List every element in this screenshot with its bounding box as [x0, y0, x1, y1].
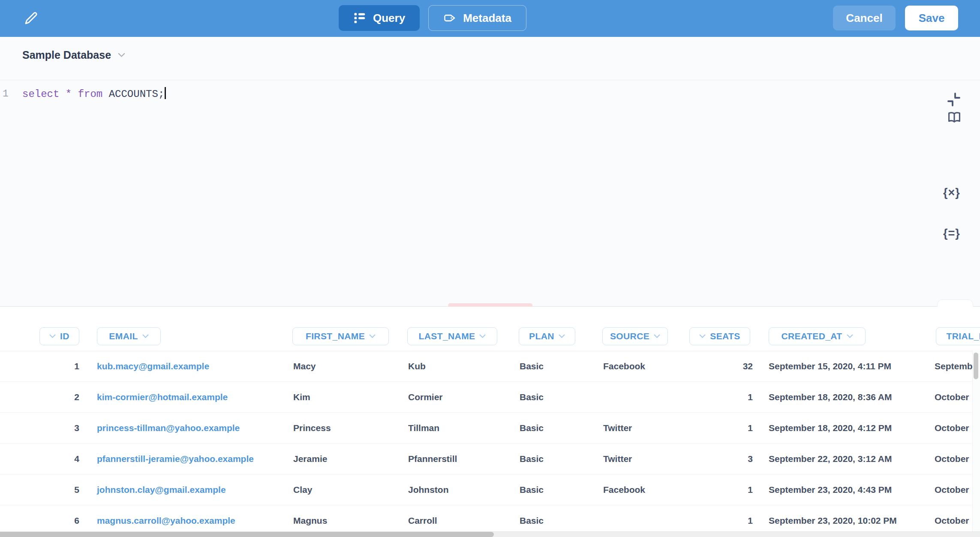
cell-id[interactable]: 5 [26, 474, 79, 505]
table-row: 1kub.macy@gmail.exampleMacyKubBasicFaceb… [0, 351, 980, 382]
column-header-seats[interactable]: SEATS [689, 327, 750, 345]
column-header-label: ID [60, 331, 69, 341]
table-row: 2kim-cormier@hotmail.exampleKimCormierBa… [0, 382, 980, 413]
sql-table-name: ACCOUNTS; [109, 88, 165, 100]
column-header-created_at[interactable]: CREATED_AT [769, 327, 866, 345]
tab-query[interactable]: Query [339, 5, 420, 31]
table-row: 3princess-tillman@yahoo.examplePrincessT… [0, 413, 980, 443]
cell-first_name[interactable]: Clay [293, 474, 403, 505]
cell-plan[interactable]: Basic [520, 413, 597, 443]
cell-source[interactable]: Facebook [603, 351, 685, 381]
editor-tabs: Query Metadata [339, 5, 526, 31]
column-header-label: SEATS [710, 331, 740, 341]
tab-metadata[interactable]: Metadata [428, 5, 526, 31]
cell-email[interactable]: princess-tillman@yahoo.example [97, 413, 286, 443]
variables-icon: {×} [943, 186, 960, 199]
cell-first_name[interactable]: Kim [293, 382, 403, 412]
text-cursor [165, 87, 166, 99]
table-row: 4pfannerstill-jeramie@yahoo.exampleJeram… [0, 443, 980, 474]
cell-first_name[interactable]: Macy [293, 351, 403, 381]
pencil-icon [22, 10, 39, 27]
sql-keyword: from [78, 88, 103, 100]
cell-last_name[interactable]: Pfannerstill [408, 443, 513, 474]
cell-email[interactable]: kub.macy@gmail.example [97, 351, 286, 381]
cell-created_at[interactable]: September 15, 2020, 4:11 PM [769, 351, 912, 381]
data-reference-button[interactable] [947, 110, 962, 127]
sql-star-operator: * [66, 88, 72, 100]
cell-seats[interactable]: 1 [689, 474, 753, 505]
horizontal-scrollbar-track [0, 531, 980, 537]
cell-last_name[interactable]: Cormier [408, 382, 513, 412]
top-bar-actions: Cancel Save [833, 6, 958, 30]
chevron-down-icon [847, 334, 853, 338]
chevron-down-icon [654, 334, 660, 338]
database-selector-row: Sample Database [0, 37, 980, 80]
cell-seats[interactable]: 1 [689, 413, 753, 443]
variables-button[interactable]: {×} [943, 186, 960, 199]
chevron-down-icon [699, 334, 706, 338]
tag-icon [443, 12, 456, 24]
column-header-email[interactable]: EMAIL [97, 327, 161, 345]
database-selector[interactable]: Sample Database [22, 49, 125, 61]
vertical-scrollbar[interactable] [974, 353, 978, 379]
cell-last_name[interactable]: Johnston [408, 474, 513, 505]
cell-last_name[interactable]: Kub [408, 351, 513, 381]
cell-first_name[interactable]: Princess [293, 413, 403, 443]
column-header-label: TRIAL_EN [947, 331, 980, 341]
snippet-icon: {=} [943, 227, 960, 240]
cell-created_at[interactable]: September 18, 2020, 8:36 AM [769, 382, 912, 412]
column-header-plan[interactable]: PLAN [519, 327, 575, 345]
chevron-down-icon [369, 334, 376, 338]
column-header-trial_en[interactable]: TRIAL_EN [936, 327, 980, 345]
cell-created_at[interactable]: September 18, 2020, 4:12 PM [769, 413, 912, 443]
cell-source[interactable]: Twitter [603, 443, 685, 474]
top-bar: Query Metadata Cancel Save [0, 0, 980, 37]
cell-email[interactable]: johnston.clay@gmail.example [97, 474, 286, 505]
table-row: 5johnston.clay@gmail.exampleClayJohnston… [0, 474, 980, 505]
cell-created_at[interactable]: September 23, 2020, 4:43 PM [769, 474, 912, 505]
cell-id[interactable]: 2 [26, 382, 79, 412]
column-header-id[interactable]: ID [39, 327, 79, 345]
edit-name-button[interactable] [22, 10, 39, 27]
column-header-first_name[interactable]: FIRST_NAME [292, 327, 389, 345]
tab-query-label: Query [373, 12, 405, 25]
cell-source[interactable]: Twitter [603, 413, 685, 443]
chevron-down-icon [118, 53, 125, 57]
sql-editor-panel: Sample Database 1 select * from ACCOUNTS… [0, 37, 980, 307]
sql-code-area[interactable]: 1 select * from ACCOUNTS; [0, 80, 980, 306]
cell-plan[interactable]: Basic [520, 474, 597, 505]
cell-email[interactable]: kim-cormier@hotmail.example [97, 382, 286, 412]
cell-source[interactable]: Facebook [603, 474, 685, 505]
chevron-down-icon [142, 334, 149, 338]
notebook-icon [353, 12, 366, 24]
cell-seats[interactable]: 32 [689, 351, 753, 381]
cell-source[interactable] [603, 382, 685, 412]
cell-plan[interactable]: Basic [520, 351, 597, 381]
book-icon [947, 110, 962, 125]
database-name: Sample Database [22, 49, 111, 61]
cell-id[interactable]: 3 [26, 413, 79, 443]
cell-id[interactable]: 4 [26, 443, 79, 474]
cell-plan[interactable]: Basic [520, 382, 597, 412]
horizontal-scrollbar[interactable] [0, 532, 494, 537]
cell-email[interactable]: pfannerstill-jeramie@yahoo.example [97, 443, 286, 474]
column-header-last_name[interactable]: LAST_NAME [407, 327, 497, 345]
native-query-editor-screen: Query Metadata Cancel Save Sample Databa… [0, 0, 980, 537]
column-header-label: CREATED_AT [781, 331, 842, 341]
cell-seats[interactable]: 3 [689, 443, 753, 474]
line-number: 1 [3, 88, 14, 100]
cell-id[interactable]: 1 [26, 351, 79, 381]
cell-last_name[interactable]: Tillman [408, 413, 513, 443]
cell-first_name[interactable]: Jeramie [293, 443, 403, 474]
cell-seats[interactable]: 1 [689, 382, 753, 412]
sql-keyword: select [22, 88, 59, 100]
snippets-button[interactable]: {=} [943, 227, 960, 240]
save-button[interactable]: Save [905, 6, 958, 30]
column-header-source[interactable]: SOURCE [602, 327, 668, 345]
chevron-down-icon [559, 334, 565, 338]
column-header-label: SOURCE [610, 331, 649, 341]
cell-plan[interactable]: Basic [520, 443, 597, 474]
cancel-button[interactable]: Cancel [833, 6, 896, 30]
column-header-label: EMAIL [109, 331, 138, 341]
cell-created_at[interactable]: September 22, 2020, 3:12 AM [769, 443, 912, 474]
